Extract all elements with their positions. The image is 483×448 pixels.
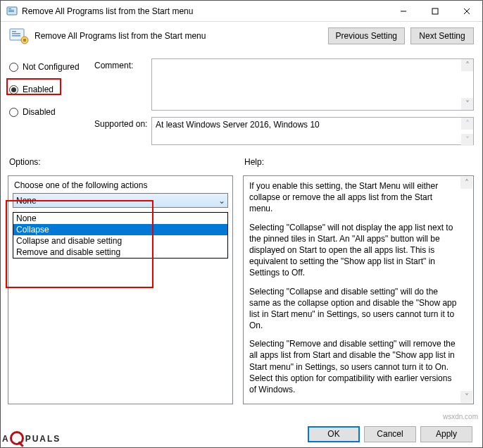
apply-button[interactable]: Apply <box>420 426 472 442</box>
options-section-label: Options: <box>9 157 41 167</box>
scroll-down-icon: ˅ <box>461 134 473 146</box>
ok-button[interactable]: OK <box>308 426 360 442</box>
svg-rect-9 <box>12 31 16 32</box>
svg-rect-1 <box>8 8 11 9</box>
help-paragraph: Selecting "Collapse and disable setting"… <box>249 286 458 332</box>
radio-not-configured[interactable]: Not Configured <box>9 58 87 75</box>
scroll-down-icon[interactable]: ˅ <box>461 98 473 110</box>
dropdown-option-remove-disable[interactable]: Remove and disable setting <box>13 247 227 258</box>
window-title: Remove All Programs list from the Start … <box>22 6 387 16</box>
dropdown-option-collapse-disable[interactable]: Collapse and disable setting <box>13 235 227 247</box>
svg-rect-13 <box>23 39 26 42</box>
dialog-footer: OK Cancel Apply <box>1 421 482 447</box>
scroll-up-icon: ˄ <box>461 118 473 130</box>
help-paragraph: If you enable this setting, the Start Me… <box>249 180 458 215</box>
scroll-down-icon[interactable]: ˅ <box>460 391 472 403</box>
radio-label: Not Configured <box>23 62 80 72</box>
dropdown-option-none[interactable]: None <box>13 213 227 224</box>
radio-icon <box>9 85 18 94</box>
app-icon <box>6 6 18 17</box>
header-row: Remove All Programs list from the Start … <box>1 22 482 50</box>
comment-value <box>152 59 473 63</box>
radio-label: Disabled <box>23 107 56 117</box>
help-paragraph: Selecting "Collapse" will not display th… <box>249 222 458 279</box>
svg-rect-3 <box>8 11 14 12</box>
action-dropdown[interactable]: None ⌄ <box>13 193 228 208</box>
svg-rect-11 <box>12 35 20 37</box>
next-setting-button[interactable]: Next Setting <box>410 27 474 44</box>
titlebar: Remove All Programs list from the Start … <box>1 1 482 22</box>
help-text: If you enable this setting, the Start Me… <box>244 176 473 404</box>
scroll-up-icon[interactable]: ˄ <box>461 59 473 71</box>
radio-disabled[interactable]: Disabled <box>9 104 87 120</box>
watermark-site: wsxdn.com <box>443 413 478 421</box>
cancel-button[interactable]: Cancel <box>364 426 416 442</box>
radio-icon <box>9 108 18 117</box>
chevron-down-icon: ⌄ <box>215 196 227 206</box>
policy-icon <box>9 27 29 44</box>
svg-rect-2 <box>8 10 14 11</box>
group-policy-dialog: Remove All Programs list from the Start … <box>0 0 483 448</box>
maximize-button[interactable] <box>419 1 451 21</box>
options-panel: Choose one of the following actions None… <box>8 175 233 404</box>
svg-rect-0 <box>7 7 17 15</box>
help-paragraph: Selecting "Remove and disable setting" w… <box>249 338 458 395</box>
comment-label: Comment: <box>94 61 133 70</box>
previous-setting-button[interactable]: Previous Setting <box>328 27 405 44</box>
radio-label: Enabled <box>23 85 54 94</box>
radio-enabled[interactable]: Enabled <box>9 81 87 98</box>
dropdown-list: None Collapse Collapse and disable setti… <box>13 212 228 259</box>
choose-action-label: Choose one of the following actions <box>8 176 232 193</box>
minimize-button[interactable] <box>387 1 419 21</box>
help-paragraph: If you disable or do not configure this … <box>249 402 458 404</box>
header-title: Remove All Programs list from the Start … <box>34 31 322 41</box>
help-section-label: Help: <box>244 157 264 167</box>
supported-on-value: At least Windows Server 2016, Windows 10 <box>152 118 461 132</box>
comment-textarea[interactable]: ˄ ˅ <box>151 58 474 111</box>
supported-on-box: At least Windows Server 2016, Windows 10… <box>151 117 474 145</box>
radio-icon <box>9 63 18 72</box>
supported-on-label: Supported on: <box>94 119 147 129</box>
help-panel: If you enable this setting, the Start Me… <box>243 175 474 404</box>
svg-rect-5 <box>432 8 438 14</box>
svg-rect-10 <box>12 33 20 35</box>
close-button[interactable] <box>451 1 482 21</box>
state-radio-group: Not Configured Enabled Disabled <box>9 58 87 126</box>
dropdown-selected-value: None <box>13 196 215 206</box>
scroll-up-icon[interactable]: ˄ <box>460 177 472 189</box>
dropdown-option-collapse[interactable]: Collapse <box>13 224 227 235</box>
